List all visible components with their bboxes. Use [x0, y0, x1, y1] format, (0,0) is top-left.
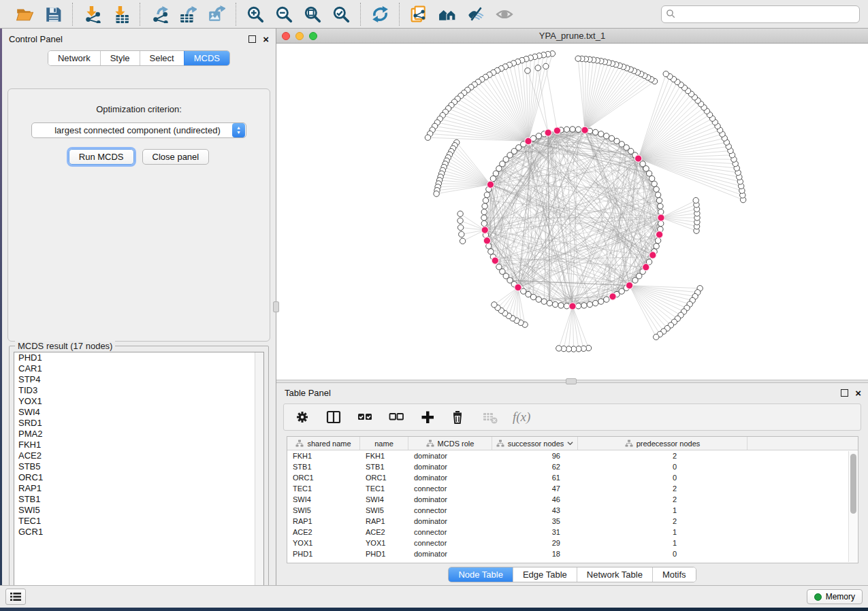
zoom-selected-button[interactable] [332, 5, 351, 24]
cell-shared-name[interactable]: SWI5 [287, 505, 360, 516]
cell-name[interactable]: SWI4 [360, 494, 408, 505]
table-row[interactable]: RAP1RAP1dominator352 [287, 516, 858, 527]
add-column-button[interactable] [419, 408, 436, 426]
table-row[interactable]: SWI5SWI5connector431 [287, 505, 858, 516]
cell-shared-name[interactable]: PHD1 [287, 548, 360, 559]
cell-successor-nodes[interactable]: 46 [492, 494, 578, 505]
vertical-splitter-handle[interactable] [273, 301, 279, 312]
cell-predecessor-nodes[interactable]: 0 [578, 461, 748, 472]
cell-shared-name[interactable]: SWI4 [287, 494, 360, 505]
mcds-result-item[interactable]: STB5 [14, 461, 263, 472]
cell-shared-name[interactable]: ACE2 [287, 527, 360, 538]
cell-name[interactable]: ORC1 [360, 472, 408, 483]
tab-select[interactable]: Select [140, 51, 184, 65]
column-header-MCDS-role[interactable]: MCDS role [408, 437, 492, 450]
table-settings-button[interactable] [293, 408, 311, 426]
cell-name[interactable]: TEC1 [360, 483, 408, 494]
cell-predecessor-nodes[interactable]: 2 [578, 494, 748, 505]
cell-successor-nodes[interactable]: 35 [492, 516, 578, 527]
cell-shared-name[interactable]: FKH1 [287, 450, 360, 461]
cell-name[interactable]: YOX1 [360, 538, 408, 548]
tab-edge-table[interactable]: Edge Table [513, 567, 577, 582]
table-scrollbar-thumb[interactable] [850, 454, 856, 514]
cell-name[interactable]: RAP1 [360, 516, 408, 527]
table-scrollbar[interactable] [848, 451, 857, 562]
split-panel-button[interactable] [325, 408, 342, 426]
show-graphics-details-button[interactable] [495, 5, 514, 24]
network-window-titlebar[interactable]: YPA_prune.txt_1 [276, 29, 868, 44]
cell-mcds-role[interactable]: dominator [408, 472, 492, 483]
cell-name[interactable]: PHD1 [360, 548, 408, 559]
open-file-button[interactable] [15, 5, 34, 24]
cell-name[interactable]: FKH1 [360, 450, 408, 461]
deselect-all-button[interactable] [387, 408, 405, 426]
export-network-button[interactable] [150, 5, 169, 24]
cell-successor-nodes[interactable]: 31 [492, 527, 578, 538]
cell-predecessor-nodes[interactable]: 2 [578, 450, 748, 461]
mcds-result-item[interactable]: GCR1 [14, 527, 263, 538]
cell-mcds-role[interactable]: connector [408, 527, 492, 538]
cell-successor-nodes[interactable]: 29 [492, 538, 578, 548]
mcds-result-item[interactable]: TEC1 [14, 516, 263, 527]
table-row[interactable]: ORC1ORC1dominator610 [287, 472, 858, 483]
cell-mcds-role[interactable]: dominator [408, 516, 492, 527]
hide-graphics-details-button[interactable] [466, 5, 485, 24]
cell-mcds-role[interactable]: connector [408, 538, 492, 548]
close-table-panel-icon[interactable]: × [855, 389, 861, 397]
mcds-result-item[interactable]: YOX1 [14, 396, 263, 407]
cell-predecessor-nodes[interactable]: 1 [578, 527, 748, 538]
cell-shared-name[interactable]: STB1 [287, 461, 360, 472]
show-panels-button[interactable] [5, 589, 26, 605]
mcds-result-item[interactable]: SWI4 [14, 407, 263, 418]
tab-network-table[interactable]: Network Table [577, 567, 652, 582]
cell-mcds-role[interactable]: dominator [408, 494, 492, 505]
mcds-result-item[interactable]: PHD1 [14, 352, 263, 363]
cell-successor-nodes[interactable]: 61 [492, 472, 578, 483]
cell-predecessor-nodes[interactable]: 0 [578, 548, 748, 559]
cell-name[interactable]: STB1 [360, 461, 408, 472]
table-row[interactable]: TEC1TEC1connector472 [287, 483, 858, 494]
memory-button[interactable]: Memory [807, 589, 863, 604]
cell-shared-name[interactable]: TEC1 [287, 483, 360, 494]
zoom-in-button[interactable] [246, 5, 265, 24]
tab-style[interactable]: Style [100, 51, 140, 65]
mcds-result-item[interactable]: RAP1 [14, 483, 263, 494]
cell-shared-name[interactable]: ORC1 [287, 472, 360, 483]
table-row[interactable]: PHD1PHD1dominator180 [287, 548, 858, 559]
horizontal-splitter-handle[interactable] [566, 378, 577, 384]
column-header-shared-name[interactable]: shared name [287, 437, 360, 450]
cell-mcds-role[interactable]: dominator [408, 548, 492, 559]
cell-predecessor-nodes[interactable]: 1 [578, 538, 748, 548]
table-row[interactable]: STB1STB1dominator620 [287, 461, 858, 472]
cell-successor-nodes[interactable]: 96 [492, 450, 578, 461]
export-table-button[interactable] [178, 5, 197, 24]
table-row[interactable]: YOX1YOX1connector291 [287, 538, 858, 548]
mcds-result-item[interactable]: FKH1 [14, 440, 263, 450]
cell-name[interactable]: SWI5 [360, 505, 408, 516]
close-panel-icon[interactable]: × [263, 35, 269, 43]
zoom-fit-button[interactable] [303, 5, 322, 24]
cell-mcds-role[interactable]: dominator [408, 461, 492, 472]
import-network-file-button[interactable] [82, 5, 101, 24]
column-header-predecessor-nodes[interactable]: predecessor nodes [578, 437, 748, 450]
mcds-result-item[interactable]: STP4 [14, 374, 263, 385]
float-panel-icon[interactable] [248, 35, 256, 43]
cell-successor-nodes[interactable]: 18 [492, 548, 578, 559]
mcds-result-item[interactable]: CAR1 [14, 363, 263, 374]
select-all-button[interactable] [356, 408, 374, 426]
cell-successor-nodes[interactable]: 43 [492, 505, 578, 516]
run-mcds-button[interactable]: Run MCDS [69, 149, 134, 165]
cell-mcds-role[interactable]: dominator [408, 450, 492, 461]
cell-successor-nodes[interactable]: 62 [492, 461, 578, 472]
mcds-result-item[interactable]: ORC1 [14, 472, 263, 483]
table-row[interactable]: FKH1FKH1dominator962 [287, 450, 858, 461]
mcds-list-scrollbar[interactable] [255, 352, 263, 593]
cell-predecessor-nodes[interactable]: 0 [578, 472, 748, 483]
first-neighbors-button[interactable] [438, 5, 457, 24]
network-graph[interactable] [276, 44, 868, 380]
export-image-button[interactable] [207, 5, 226, 24]
table-row[interactable]: SWI4SWI4dominator462 [287, 494, 858, 505]
delete-column-button[interactable] [450, 408, 468, 426]
cell-shared-name[interactable]: RAP1 [287, 516, 360, 527]
save-session-button[interactable] [44, 5, 63, 24]
